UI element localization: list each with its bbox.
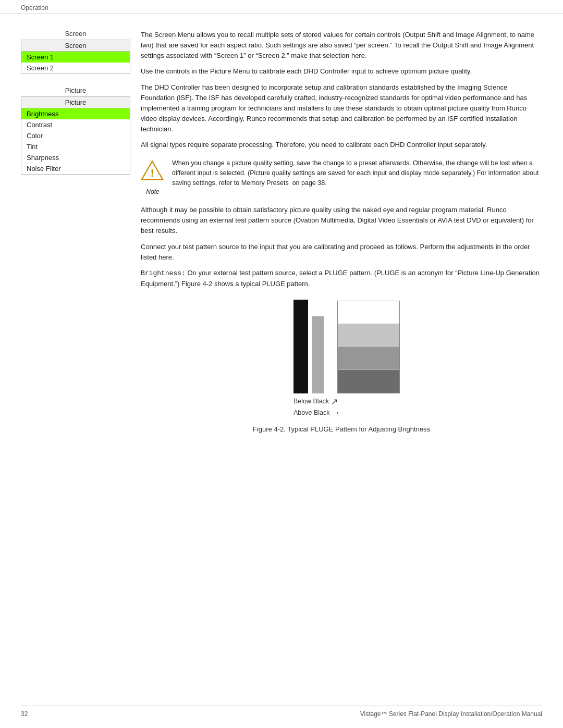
- svg-text:!: !: [151, 168, 154, 179]
- signal-paragraph: All signal types require separate proces…: [141, 140, 542, 150]
- naked-eye-paragraph: Although it may be possible to obtain sa…: [141, 205, 542, 236]
- pluge-bar-black: [293, 300, 308, 393]
- screen-paragraph: The Screen Menu allows you to recall mul…: [141, 30, 542, 61]
- page-number: 32: [21, 710, 28, 718]
- note-text: When you change a picture quality settin…: [172, 158, 542, 188]
- figure-caption: Figure 4-2. Typical PLUGE Pattern for Ad…: [141, 424, 542, 435]
- picture-menu-color[interactable]: Color: [21, 130, 130, 141]
- brightness-label-inline: Brightness:: [141, 269, 186, 277]
- page: Operation Screen Screen Screen 1 Screen …: [0, 0, 563, 728]
- above-black-arrow: →: [332, 409, 340, 417]
- header: Operation: [0, 0, 563, 14]
- pluge-label-area: Below Black ↗ Above Black →: [293, 397, 340, 419]
- above-black-label-line: Above Black →: [293, 408, 340, 418]
- pluge-block-white: [338, 301, 399, 324]
- screen-menu-header: Screen: [21, 40, 130, 52]
- screen-menu: Screen Screen 1 Screen 2: [21, 40, 130, 74]
- header-label: Operation: [21, 4, 48, 11]
- note-box: ! Note When you change a picture quality…: [141, 158, 542, 196]
- warning-triangle-icon: !: [141, 159, 164, 182]
- picture-menu-tint[interactable]: Tint: [21, 141, 130, 152]
- screen-section-label: Screen: [21, 30, 130, 38]
- picture-section-label: Picture: [21, 87, 130, 94]
- pluge-right-blocks: [337, 301, 400, 393]
- note-label: Note: [141, 187, 165, 197]
- above-black-label: Above Black: [293, 408, 329, 418]
- picture-menu-contrast[interactable]: Contrast: [21, 119, 130, 130]
- left-panel: Screen Screen Screen 1 Screen 2 Picture …: [21, 30, 130, 443]
- picture-menu-noise-filter[interactable]: Noise Filter: [21, 163, 130, 174]
- brightness-text: On your external test pattern source, se…: [141, 269, 540, 288]
- pluge-bar-gray: [312, 316, 324, 393]
- below-black-label-line: Below Black ↗: [293, 397, 340, 406]
- isf-paragraph: The DHD Controller has been designed to …: [141, 82, 542, 135]
- connect-paragraph: Connect your test pattern source to the …: [141, 242, 542, 263]
- below-black-arrow: ↗: [331, 398, 338, 406]
- pluge-diagram-wrapper: Below Black ↗ Above Black →: [141, 294, 542, 419]
- right-panel: The Screen Menu allows you to recall mul…: [141, 30, 542, 443]
- pluge-block-dark-gray: [338, 370, 399, 393]
- brightness-paragraph: Brightness: On your external test patter…: [141, 268, 542, 289]
- product-name: Vistage™ Series Flat-Panel Display Insta…: [360, 710, 542, 718]
- warning-icon-container: ! Note: [141, 159, 165, 196]
- picture-menu-header: Picture: [21, 97, 130, 108]
- picture-menu-brightness[interactable]: Brightness: [21, 108, 130, 119]
- pluge-bars-and-blocks: [293, 294, 400, 393]
- picture-paragraph: Use the controls in the Picture Menu to …: [141, 66, 542, 77]
- footer: 32 Vistage™ Series Flat-Panel Display In…: [21, 706, 542, 718]
- pluge-diagram: Below Black ↗ Above Black →: [293, 294, 400, 419]
- pluge-block-mid-gray: [338, 347, 399, 370]
- pluge-block-light-gray: [338, 324, 399, 347]
- screen-menu-item-1[interactable]: Screen 1: [21, 52, 130, 63]
- picture-menu: Picture Brightness Contrast Color Tint S…: [21, 96, 130, 175]
- below-black-label: Below Black: [293, 397, 329, 406]
- screen-menu-item-2[interactable]: Screen 2: [21, 63, 130, 73]
- picture-menu-sharpness[interactable]: Sharpness: [21, 152, 130, 163]
- picture-section: Picture Picture Brightness Contrast Colo…: [21, 87, 130, 175]
- screen-section: Screen Screen Screen 1 Screen 2: [21, 30, 130, 74]
